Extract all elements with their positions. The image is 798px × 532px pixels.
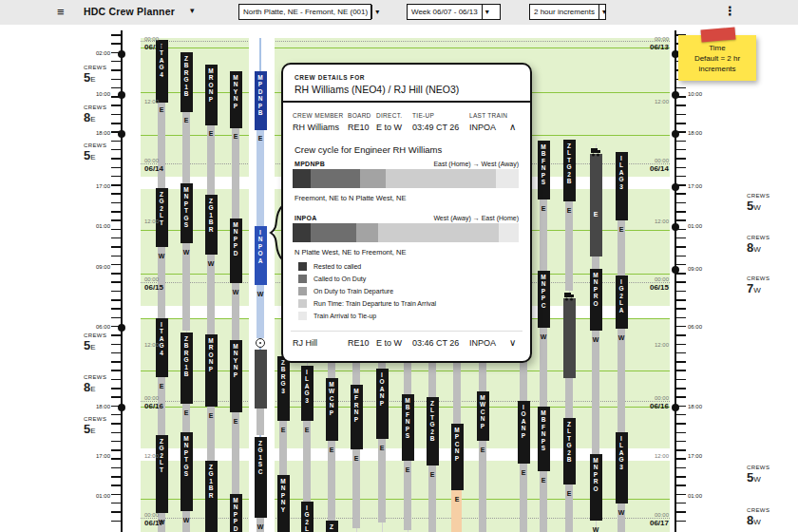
direction-letter: E: [325, 446, 338, 453]
train-bar[interactable]: M B F N P S: [402, 394, 414, 461]
collapse-chevron-up-icon[interactable]: ∧: [509, 122, 516, 132]
train-bar[interactable]: [563, 298, 576, 378]
crews-count-label: CREWS5E: [84, 142, 122, 162]
axis-tick: [676, 379, 686, 381]
train-bar[interactable]: I L A G 3: [301, 366, 314, 421]
crews-direction: W: [753, 518, 761, 526]
caret-down-icon[interactable]: ▾: [482, 5, 492, 19]
schedule-tail: [256, 130, 264, 226]
truck-icon: [563, 288, 575, 297]
train-bar[interactable]: M R O N P: [205, 65, 218, 125]
cycle-phase-segment: [386, 169, 497, 188]
crew-row-name: RH Williams: [293, 123, 339, 132]
app-title-caret-icon[interactable]: ▾: [190, 6, 195, 15]
crews-count-label: CREWS8E: [84, 104, 122, 124]
train-bar[interactable]: M N P R O: [590, 454, 602, 521]
train-bar[interactable]: Z G 1 B R: [205, 195, 218, 255]
train-bar[interactable]: Z B R G 3: [277, 356, 290, 421]
train-bar[interactable]: M N Y N P: [230, 71, 242, 128]
train-symbol-label: I O A N P: [518, 401, 530, 464]
trip-symbol: MPDNPB: [294, 161, 325, 167]
train-symbol-label: Z G 2 L T: [156, 435, 168, 513]
train-bar[interactable]: M W C N P: [326, 378, 338, 441]
train-bar[interactable]: I L A G 3: [616, 152, 628, 220]
expand-chevron-down-icon[interactable]: ∨: [509, 337, 516, 348]
trip-segment-bar: [293, 223, 519, 242]
train-bar[interactable]: Z G 2 L T: [156, 435, 168, 513]
train-bar[interactable]: Z L T G 2 B: [563, 418, 576, 484]
train-bar[interactable]: [255, 350, 267, 408]
direction-letter: W: [537, 333, 550, 340]
train-symbol-label: M P D N P B: [255, 71, 267, 130]
inner-time-label: 12:00: [627, 453, 669, 459]
crews-direction: E: [90, 75, 96, 84]
train-bar[interactable]: M N P P D: [230, 218, 242, 283]
train-bar[interactable]: M N P R O: [590, 269, 602, 331]
inner-time-label: 00:00: [144, 158, 186, 163]
axis-tick: [676, 317, 686, 319]
train-bar[interactable]: [590, 154, 602, 256]
train-bar[interactable]: Z L T G 2 B: [563, 140, 576, 201]
week-select[interactable]: Week 06/07 - 06/13 ▾: [407, 4, 501, 20]
train-symbol-label: M W C N P: [326, 378, 338, 441]
axis-tick: [676, 511, 686, 513]
crews-count-label: CREWS8W: [747, 235, 785, 255]
direction-letter: W: [180, 249, 193, 256]
train-bar[interactable]: M N P T G S: [180, 183, 193, 243]
train-bar[interactable]: M B F N P S: [538, 141, 550, 200]
route-select[interactable]: North Platte, NE - Fremont, NE (001) ▾: [238, 4, 371, 20]
train-bar[interactable]: Z G 1 S C: [255, 437, 267, 518]
trip-segment-bar: [293, 169, 519, 188]
train-bar[interactable]: M B F N P S: [538, 407, 550, 471]
train-bar[interactable]: I N P O A: [255, 226, 267, 285]
train-bar[interactable]: I O A N P: [376, 369, 389, 439]
train-bar[interactable]: I T A G 4: [156, 318, 168, 377]
hamburger-menu-icon[interactable]: ≡: [57, 6, 69, 18]
popup-label: CREW DETAILS FOR: [294, 74, 365, 81]
inner-time-label: 00:00: [627, 395, 669, 401]
train-bar[interactable]: M N P P D: [230, 494, 242, 532]
axis-tick: [111, 264, 121, 266]
caret-down-icon[interactable]: ▾: [371, 5, 382, 19]
legend-item: Called to On Duty: [298, 273, 436, 285]
axis-tick: [676, 476, 686, 478]
schedule-tail: [453, 361, 461, 424]
train-bar[interactable]: M N P T G S: [180, 432, 193, 511]
inner-time-label: 00:00: [627, 512, 669, 518]
kebab-menu-icon[interactable]: ⋮: [724, 4, 736, 18]
caret-down-icon[interactable]: ▾: [598, 5, 609, 19]
train-bar[interactable]: Z: [326, 521, 338, 532]
direction-letter: E: [229, 133, 242, 140]
train-bar[interactable]: I L A G 3: [616, 432, 628, 504]
train-bar[interactable]: M N P N Y: [277, 475, 290, 532]
direction-letter: E: [204, 130, 218, 137]
train-bar[interactable]: M R O N P: [205, 334, 218, 407]
train-bar[interactable]: M P C N P: [451, 424, 464, 490]
train-bar[interactable]: I G 2 L A: [616, 276, 628, 329]
train-bar[interactable]: M P D N P B: [255, 71, 267, 130]
train-bar[interactable]: Z L T G 2 B: [427, 397, 439, 466]
crews-direction: E: [90, 427, 96, 435]
axis-tick: [111, 219, 121, 221]
train-bar[interactable]: Z G 1 B R: [205, 461, 218, 532]
crews-direction: E: [90, 115, 96, 124]
axis-tick: [676, 299, 686, 301]
axis-tick: [676, 484, 686, 486]
axis-tick: [111, 34, 121, 36]
train-bar[interactable]: M N Y N P: [230, 340, 242, 412]
train-bar[interactable]: M W C N P: [477, 391, 489, 441]
train-bar[interactable]: I G 2 L A: [301, 502, 314, 532]
axis-tick: [676, 202, 686, 204]
schedule-tail: [565, 201, 573, 291]
toolbar: ≡ HDC Crew Planner ▾ North Platte, NE - …: [0, 0, 798, 25]
train-bar[interactable]: Z G 2 L T: [156, 188, 168, 247]
train-bar[interactable]: I O A N P: [518, 401, 530, 464]
increment-select[interactable]: 2 hour increments ▾: [529, 4, 606, 20]
cycle-phase-segment: [360, 169, 385, 188]
popup-pointer-brace: [268, 203, 283, 262]
axis-tick: [111, 396, 121, 398]
train-bar[interactable]: M N P P C: [538, 271, 550, 328]
axis-tick: [111, 273, 121, 275]
train-bar[interactable]: M F R N P: [351, 385, 363, 449]
cycle-phase-segment: [496, 169, 519, 188]
